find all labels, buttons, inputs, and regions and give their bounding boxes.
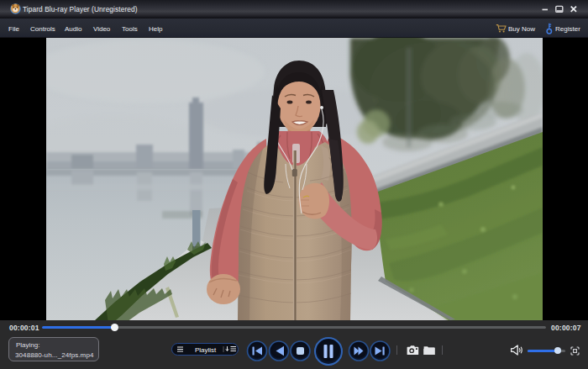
svg-text:Playlist: Playlist (195, 346, 217, 354)
